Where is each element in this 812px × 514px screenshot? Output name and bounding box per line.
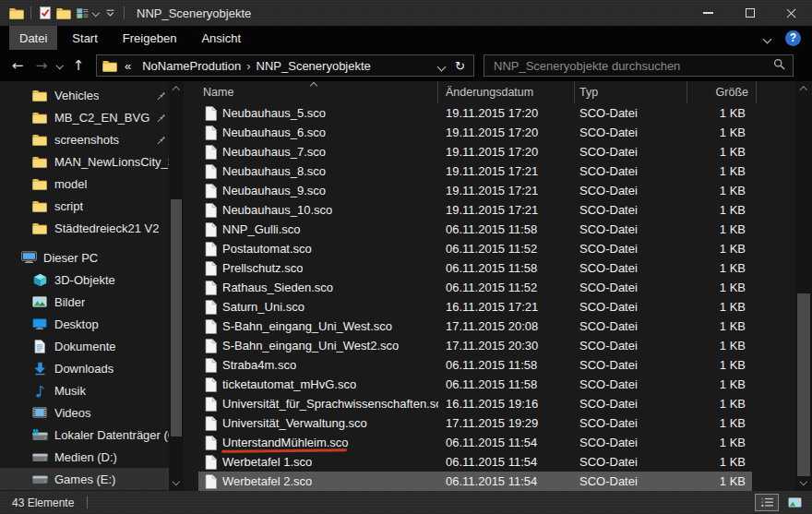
thumbnail-view-button[interactable] [782, 494, 806, 511]
sidebar-item-videos[interactable]: Videos [0, 401, 169, 424]
column-header-label: Änderungsdatum [446, 86, 533, 99]
sidebar-item-script[interactable]: script [0, 195, 169, 217]
properties-button[interactable] [36, 3, 54, 23]
file-row[interactable]: Postautomat.sco06.11.2015 11:52SCO-Datei… [198, 239, 752, 258]
file-row[interactable]: Neubauhaus_10.sco19.11.2015 17:21SCO-Dat… [198, 200, 752, 220]
file-row[interactable]: Straba4m.sco06.11.2015 11:58SCO-Datei1 K… [198, 355, 752, 375]
sidebar-item-label: Videos [54, 406, 91, 420]
sidebar-item-desktop[interactable]: Desktop [0, 313, 169, 335]
sidebar-item-screenshots[interactable]: screenshots [0, 128, 169, 150]
close-button[interactable] [770, 0, 812, 26]
breadcrumb-overflow[interactable]: « [119, 59, 137, 73]
column-header-gr-e[interactable]: Größe [687, 81, 757, 103]
file-name-cell: Neubauhaus_6.sco [198, 123, 438, 142]
back-icon[interactable]: ← [6, 54, 30, 78]
tab-freigeben[interactable]: Freigeben [113, 26, 187, 50]
address-dropdown-icon[interactable] [438, 59, 445, 73]
list-scrollbar-thumb[interactable] [797, 293, 810, 476]
sidebar-item-man-newlionscity-sr[interactable]: MAN_NewLionsCity_SR [0, 150, 169, 173]
statusbar-separator [87, 496, 88, 508]
sidebar-item-lokaler-datentr-ger-c[interactable]: Lokaler Datenträger (C:) [0, 424, 169, 446]
file-row[interactable]: UnterstandMühleim.sco06.11.2015 11:54SCO… [198, 433, 752, 452]
file-row[interactable]: S-Bahn_eingang_Uni_West2.sco17.11.2015 2… [198, 336, 752, 355]
file-name: S-Bahn_eingang_Uni_West2.sco [222, 339, 399, 353]
file-type: SCO-Datei [575, 200, 687, 220]
file-row[interactable]: S-Bahn_eingang_Uni_West.sco17.11.2015 20… [198, 317, 752, 336]
file-row[interactable]: Prellschutz.sco06.11.2015 11:58SCO-Datei… [198, 258, 752, 278]
file-row[interactable]: ticketautomat_mHvG.sco06.11.2015 11:58SC… [198, 375, 752, 394]
file-type: SCO-Datei [575, 103, 687, 123]
sidebar-item-medien-d[interactable]: Medien (D:) [0, 446, 169, 468]
sidebar-item-dieser-pc[interactable]: Dieser PC [0, 246, 169, 269]
search-input[interactable] [492, 58, 773, 74]
customize-quick-access-button[interactable] [101, 3, 119, 23]
sidebar-item-musik[interactable]: Musik [0, 379, 169, 401]
tab-datei[interactable]: Datei [9, 26, 57, 50]
file-icon [205, 145, 217, 160]
list-scroll-up-icon[interactable] [795, 83, 812, 98]
breadcrumb-segment-current[interactable]: NNP_Sceneryobjekte [251, 59, 376, 73]
sidebar-scrollbar-thumb[interactable] [171, 199, 182, 436]
sidebar-item-st-dtedreieck21-v2[interactable]: Städtedreieck21 V2 [0, 217, 169, 239]
tab-ansicht[interactable]: Ansicht [191, 26, 251, 50]
column-header-name[interactable]: Name [184, 81, 438, 103]
sidebar-scroll-down-icon[interactable] [169, 474, 184, 489]
sidebar-item-label: Desktop [54, 317, 99, 331]
file-size: 1 KB [687, 336, 749, 355]
sidebar-item-bilder[interactable]: Bilder [0, 291, 169, 313]
sidebar-item-vehicles[interactable]: Vehicles [0, 84, 169, 106]
new-folder-button[interactable] [54, 3, 73, 23]
file-icon [205, 358, 217, 373]
sort-ascending-icon [310, 82, 317, 90]
sidebar-item-mb-c2-en-bvg[interactable]: MB_C2_EN_BVG [0, 106, 169, 128]
tab-start[interactable]: Start [62, 26, 107, 50]
refresh-icon[interactable]: ↻ [455, 59, 465, 73]
address-bar[interactable]: « NoNameProdution › NNP_Sceneryobjekte ↻ [96, 54, 474, 77]
up-icon[interactable]: ↑ [66, 54, 90, 78]
file-size: 1 KB [687, 375, 749, 394]
file-row[interactable]: Universität_Verwaltung.sco17.11.2015 19:… [198, 413, 752, 433]
sidebar-item-model[interactable]: model [0, 173, 169, 195]
file-name-cell: S-Bahn_eingang_Uni_West.sco [198, 317, 438, 336]
help-icon[interactable]: ? [785, 30, 801, 46]
column-header-nderungsdatum[interactable]: Änderungsdatum [438, 81, 575, 103]
expand-ribbon-icon[interactable] [764, 30, 770, 46]
maximize-button[interactable] [729, 0, 770, 26]
file-row[interactable]: Saturn_Uni.sco16.11.2015 17:21SCO-Datei1… [198, 297, 752, 317]
file-modified-date: 17.11.2015 20:08 [438, 317, 575, 336]
file-type: SCO-Datei [575, 375, 687, 394]
file-size: 1 KB [687, 413, 749, 433]
column-header-typ[interactable]: Typ [575, 81, 687, 103]
sidebar-item-games-e[interactable]: Games (E:) [0, 468, 169, 490]
sidebar-item-3d-objekte[interactable]: 3D-Objekte [0, 269, 169, 291]
view-shortcut-button[interactable] [73, 3, 91, 23]
file-row[interactable]: Werbetafel 2.sco06.11.2015 11:54SCO-Date… [198, 472, 752, 491]
file-modified-date: 06.11.2015 11:58 [438, 375, 575, 394]
minimize-button[interactable] [687, 0, 729, 26]
sidebar-item-dokumente[interactable]: Dokumente [0, 335, 169, 357]
recent-locations-dropdown-icon[interactable] [54, 54, 66, 78]
sidebar-scrollbar[interactable] [169, 81, 184, 491]
file-modified-date: 06.11.2015 11:52 [438, 239, 575, 258]
file-row[interactable]: Universität_für_Sprachwissenschaften.sco… [198, 394, 752, 413]
ribbon-tab-bar: DateiStartFreigebenAnsicht ? [0, 26, 812, 50]
forward-icon[interactable]: → [30, 54, 54, 78]
file-row[interactable]: Neubauhaus_6.sco19.11.2015 17:20SCO-Date… [198, 123, 752, 142]
search-icon[interactable] [773, 57, 785, 74]
sidebar-item-label: Lokaler Datenträger (C:) [54, 428, 169, 442]
details-view-button[interactable] [755, 494, 779, 511]
file-row[interactable]: Neubauhaus_8.sco19.11.2015 17:21SCO-Date… [198, 161, 752, 181]
view-shortcut-dropdown-icon[interactable] [91, 3, 101, 23]
file-row[interactable]: Werbetafel 1.sco06.11.2015 11:54SCO-Date… [198, 452, 752, 472]
breadcrumb-segment-parent[interactable]: NoNameProdution [137, 59, 246, 73]
list-scroll-down-icon[interactable] [795, 474, 812, 489]
file-row[interactable]: Neubauhaus_5.sco19.11.2015 17:20SCO-Date… [198, 103, 752, 123]
file-row[interactable]: NNP_Gulli.sco06.11.2015 11:58SCO-Datei1 … [198, 220, 752, 239]
file-row[interactable]: Neubauhaus_9.sco19.11.2015 17:21SCO-Date… [198, 181, 752, 200]
sidebar-item-downloads[interactable]: Downloads [0, 357, 169, 379]
file-list-scrollbar[interactable] [795, 81, 812, 491]
pin-icon [155, 134, 166, 145]
file-row[interactable]: Neubauhaus_7.sco19.11.2015 17:20SCO-Date… [198, 142, 752, 161]
file-row[interactable]: Rathaus_Sieden.sco06.11.2015 11:52SCO-Da… [198, 278, 752, 297]
sidebar-scroll-up-icon[interactable] [169, 83, 184, 98]
